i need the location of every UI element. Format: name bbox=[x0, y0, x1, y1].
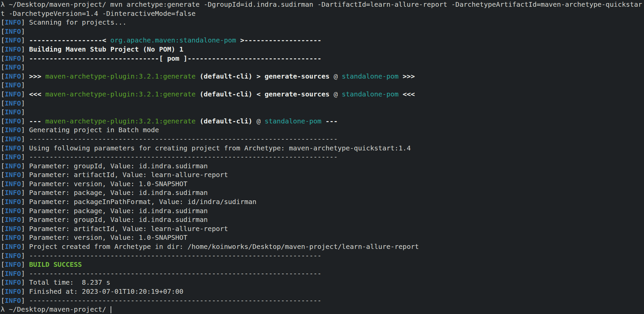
log-level-info: INFO bbox=[5, 99, 21, 107]
log-level-info: INFO bbox=[5, 135, 21, 143]
log-bracket: [ bbox=[1, 63, 5, 71]
log-bracket: [ bbox=[1, 225, 5, 233]
terminal-text: --- bbox=[29, 117, 45, 125]
command-text-wrapped: t -DarchetypeVersion=1.4 -DinteractiveMo… bbox=[1, 9, 196, 18]
terminal-text: --- bbox=[325, 117, 338, 125]
artifact-name: standalone-pom bbox=[342, 72, 399, 80]
log-bracket: ] bbox=[21, 108, 29, 116]
terminal-line: [INFO] <<< maven-archetype-plugin:3.2.1:… bbox=[1, 90, 644, 99]
terminal-window[interactable]: λ ~/Desktop/maven-project/ mvn archetype… bbox=[0, 0, 644, 314]
parameter-line: Parameter: package, Value: id.indra.sudi… bbox=[29, 189, 208, 197]
log-bracket: [ bbox=[1, 36, 5, 44]
log-bracket: [ bbox=[1, 135, 5, 143]
log-level-info: INFO bbox=[5, 54, 21, 62]
log-bracket: [ bbox=[1, 117, 5, 125]
log-bracket: [ bbox=[1, 287, 5, 295]
terminal-text: (default-cli) > generate-sources bbox=[200, 72, 329, 80]
log-bracket: [ bbox=[1, 81, 5, 89]
terminal-line: [INFO] ------------------< org.apache.ma… bbox=[1, 36, 644, 45]
log-bracket: ] bbox=[21, 252, 29, 260]
log-bracket: ] bbox=[21, 242, 29, 251]
log-bracket: ] bbox=[21, 27, 29, 35]
build-success-text: BUILD SUCCESS bbox=[29, 260, 82, 268]
log-level-info: INFO bbox=[5, 225, 21, 233]
log-level-info: INFO bbox=[5, 198, 21, 206]
terminal-text bbox=[399, 72, 403, 80]
terminal-text: ----------------------------------------… bbox=[29, 269, 321, 278]
log-bracket: ] bbox=[21, 269, 29, 278]
log-level-info: INFO bbox=[5, 233, 21, 241]
terminal-line: [INFO] bbox=[1, 27, 644, 36]
terminal-text: ----------------------------------------… bbox=[29, 296, 321, 305]
log-bracket: ] bbox=[21, 126, 29, 134]
terminal-text: ----------------------------------------… bbox=[29, 252, 321, 260]
log-bracket: [ bbox=[1, 269, 5, 278]
terminal-text: <<< bbox=[29, 90, 45, 98]
terminal-text bbox=[321, 117, 325, 125]
terminal-cursor bbox=[111, 306, 111, 313]
log-bracket: [ bbox=[1, 260, 5, 268]
parameter-line: Parameter: groupId, Value: id.indra.sudi… bbox=[29, 162, 208, 170]
log-level-info: INFO bbox=[5, 189, 21, 197]
log-bracket: ] bbox=[21, 72, 29, 80]
log-bracket: [ bbox=[1, 144, 5, 152]
log-level-info: INFO bbox=[5, 27, 21, 35]
log-bracket: ] bbox=[21, 287, 29, 295]
terminal-line: [INFO] BUILD SUCCESS bbox=[1, 260, 644, 269]
artifact-name: standalone-pom bbox=[342, 90, 399, 98]
terminal-line: t -DarchetypeVersion=1.4 -DinteractiveMo… bbox=[1, 9, 644, 18]
terminal-text: >------------------- bbox=[240, 36, 321, 44]
log-bracket: ] bbox=[21, 117, 29, 125]
log-level-info: INFO bbox=[5, 90, 21, 98]
terminal-line: λ ~/Desktop/maven-project/ mvn archetype… bbox=[1, 0, 644, 9]
parameter-line: Parameter: version, Value: 1.0-SNAPSHOT bbox=[29, 233, 187, 241]
total-time: Total time: 8.237 s bbox=[29, 278, 110, 286]
terminal-line: [INFO] Parameter: packageInPathFormat, V… bbox=[1, 197, 644, 206]
terminal-text: Using following parameters for creating … bbox=[29, 144, 411, 152]
log-bracket: [ bbox=[1, 153, 5, 161]
packaging-separator: --------------------------------[ pom ]-… bbox=[29, 54, 321, 62]
command-text: mvn archetype:generate -DgroupId=id.indr… bbox=[110, 0, 642, 8]
log-bracket: [ bbox=[1, 233, 5, 241]
log-bracket: ] bbox=[21, 18, 29, 26]
log-level-info: INFO bbox=[5, 242, 21, 251]
log-bracket: ] bbox=[21, 81, 29, 89]
log-level-info: INFO bbox=[5, 278, 21, 286]
log-bracket: ] bbox=[21, 278, 29, 286]
terminal-text bbox=[399, 90, 403, 98]
terminal-text: ----------------------------------------… bbox=[29, 153, 338, 161]
parameter-line: Parameter: groupId, Value: id.indra.sudi… bbox=[29, 216, 208, 224]
terminal-text: ------------------< bbox=[29, 36, 106, 44]
project-coordinates: org.apache.maven:standalone-pom bbox=[110, 36, 236, 44]
log-bracket: ] bbox=[21, 189, 29, 197]
log-level-info: INFO bbox=[5, 63, 21, 71]
plugin-goal: maven-archetype-plugin:3.2.1:generate bbox=[45, 117, 196, 125]
log-bracket: [ bbox=[1, 216, 5, 224]
log-level-info: INFO bbox=[5, 126, 21, 134]
log-bracket: [ bbox=[1, 242, 5, 251]
log-bracket: ] bbox=[21, 90, 29, 98]
terminal-text: >>> bbox=[29, 72, 45, 80]
parameter-line: Parameter: package, Value: id.indra.sudi… bbox=[29, 207, 208, 215]
log-bracket: ] bbox=[21, 198, 29, 206]
log-bracket: ] bbox=[21, 36, 29, 44]
building-header: Building Maven Stub Project (No POM) 1 bbox=[29, 45, 183, 53]
log-bracket: [ bbox=[1, 198, 5, 206]
terminal-line: [INFO] Scanning for projects... bbox=[1, 18, 644, 27]
log-bracket: [ bbox=[1, 54, 5, 62]
terminal-line: [INFO] --- maven-archetype-plugin:3.2.1:… bbox=[1, 117, 644, 126]
log-bracket: [ bbox=[1, 207, 5, 215]
terminal-line: [INFO] Parameter: package, Value: id.ind… bbox=[1, 188, 644, 197]
log-level-info: INFO bbox=[5, 180, 21, 188]
log-level-info: INFO bbox=[5, 252, 21, 260]
log-bracket: [ bbox=[1, 296, 5, 305]
terminal-line: [INFO] bbox=[1, 99, 644, 108]
terminal-text: >>> bbox=[403, 72, 415, 80]
terminal-line: [INFO] Parameter: groupId, Value: id.ind… bbox=[1, 215, 644, 224]
terminal-line: [INFO] Total time: 8.237 s bbox=[1, 278, 644, 287]
log-bracket: [ bbox=[1, 90, 5, 98]
terminal-line: [INFO] Finished at: 2023-07-01T10:20:19+… bbox=[1, 287, 644, 296]
terminal-line: [INFO] ---------------------------------… bbox=[1, 135, 644, 144]
terminal-line: [INFO] Parameter: groupId, Value: id.ind… bbox=[1, 162, 644, 171]
terminal-text: @ bbox=[253, 117, 265, 125]
